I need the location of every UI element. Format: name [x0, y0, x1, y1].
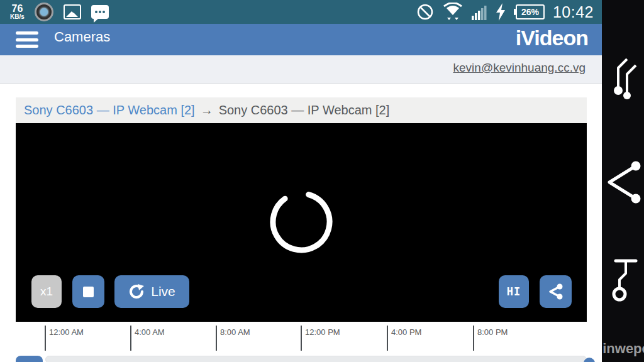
stop-icon — [83, 287, 94, 297]
live-button[interactable]: Live — [114, 275, 189, 308]
video-player[interactable]: x1 Live HI — [16, 123, 587, 322]
charging-bolt-icon — [496, 3, 506, 21]
playback-speed-button[interactable]: x1 — [31, 275, 62, 308]
network-speed-value: 76 — [10, 4, 25, 14]
watermark: inwepo — [602, 341, 644, 357]
timeline-tick-label: 4:00 PM — [391, 327, 421, 337]
overlay-share-icon[interactable] — [602, 157, 644, 207]
timeline-tick-label: 12:00 AM — [49, 327, 84, 337]
camera-lens-icon — [35, 3, 53, 21]
bbm-chat-icon — [91, 5, 109, 19]
no-signal-icon — [416, 3, 434, 21]
timeline-zoom-button[interactable] — [16, 356, 43, 362]
page-title: Cameras — [54, 29, 110, 45]
recording-timeline[interactable]: 12:00 AM 4:00 AM 8:00 AM 12:00 PM 4:00 P… — [16, 322, 587, 352]
refresh-icon — [128, 283, 145, 300]
share-button[interactable] — [540, 275, 572, 308]
timeline-scrollbar[interactable] — [45, 356, 587, 362]
wifi-icon — [442, 3, 464, 21]
floating-bubble[interactable] — [584, 358, 595, 362]
timeline-tick-label: 8:00 AM — [220, 327, 250, 337]
timeline-tick-label: 8:00 PM — [477, 327, 508, 337]
overlay-tool-icon-bottom[interactable] — [602, 253, 644, 307]
quality-button[interactable]: HI — [499, 275, 529, 308]
breadcrumb-parent-link[interactable]: Sony C6603 — IP Webcam [2] — [24, 103, 195, 118]
ivideon-logo: iVideon — [516, 26, 588, 50]
app-header: Cameras iVideon — [0, 24, 644, 55]
account-email-link[interactable]: kevin@kevinhuang.cc.vg — [453, 61, 586, 75]
timeline-tick: 12:00 PM — [301, 326, 302, 351]
loading-spinner-icon — [267, 187, 336, 256]
stop-button[interactable] — [72, 275, 104, 308]
timeline-tick-label: 12:00 PM — [305, 327, 340, 337]
breadcrumb-separator: → — [201, 103, 213, 118]
breadcrumb-current: Sony C6603 — IP Webcam [2] — [219, 103, 390, 118]
network-speed-indicator: 76 KB/s — [10, 4, 25, 20]
timeline-tick: 8:00 AM — [216, 326, 217, 351]
cell-signal-icon — [472, 3, 488, 21]
status-bar: 76 KB/s 26% — [0, 0, 644, 24]
overlay-tool-icon-top[interactable] — [602, 55, 644, 99]
screenshot-overlay-panel: inwepo — [602, 0, 644, 362]
timeline-tick: 8:00 PM — [473, 326, 474, 351]
menu-icon[interactable] — [16, 30, 38, 49]
battery-indicator: 26% — [514, 4, 545, 19]
live-button-label: Live — [151, 284, 175, 299]
share-icon — [548, 283, 564, 300]
gallery-icon — [64, 4, 81, 19]
account-bar: kevin@kevinhuang.cc.vg — [0, 55, 644, 84]
battery-percent: 26% — [516, 4, 545, 19]
clock: 10:42 — [553, 3, 594, 21]
network-speed-unit: KB/s — [10, 14, 25, 20]
timeline-tick-label: 4:00 AM — [135, 327, 165, 337]
timeline-tick: 4:00 PM — [387, 326, 388, 351]
timeline-tick: 4:00 AM — [130, 326, 131, 351]
breadcrumb: Sony C6603 — IP Webcam [2] → Sony C6603 … — [16, 97, 587, 123]
timeline-tick: 12:00 AM — [45, 326, 46, 351]
